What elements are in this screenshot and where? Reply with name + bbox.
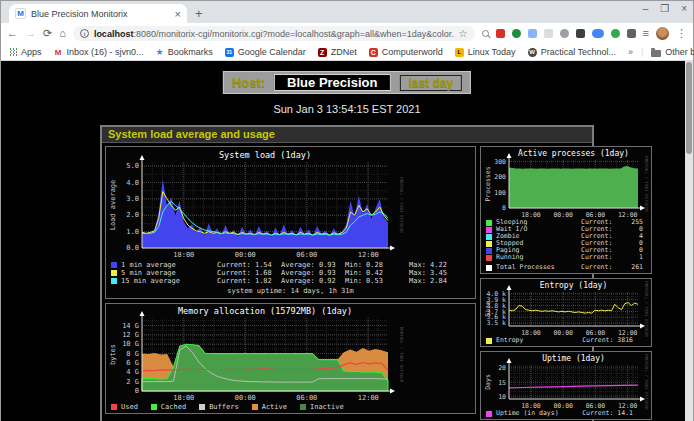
mail-extension-icon[interactable]	[496, 29, 505, 38]
legend-row: RunningCurrent:1	[483, 254, 649, 261]
bookmark-apps[interactable]: Apps	[9, 47, 42, 57]
legend-text: Inactive	[310, 403, 344, 411]
bookmark-bookmarks[interactable]: ★Bookmarks	[156, 47, 213, 57]
svg-text:Uptime (1day): Uptime (1day)	[542, 354, 605, 363]
legend-text: 15 min average	[121, 277, 217, 285]
svg-text:10: 10	[498, 393, 506, 401]
left-graph-column: 0.01.02.03.04.05.018:0000:0006:0012:00Sy…	[105, 146, 476, 420]
legend-text: 255	[623, 219, 649, 226]
computerworld-icon: C	[369, 48, 378, 57]
bookmark-inbox[interactable]: MInbox (16) - sjvn0...	[54, 47, 144, 57]
oval-extension-icon[interactable]	[592, 29, 604, 38]
back-icon[interactable]: ←	[7, 28, 18, 39]
svg-text:RRDTOOL / TOBI OETIKER: RRDTOOL / TOBI OETIKER	[644, 156, 649, 212]
new-tab-button[interactable]: +	[187, 6, 213, 23]
dark-extension-icon[interactable]	[576, 29, 585, 38]
svg-text:10 G: 10 G	[122, 340, 139, 348]
bookmark-zdnet[interactable]: ZZDNet	[318, 47, 357, 57]
legend-text: Uptime (in days)	[496, 410, 582, 417]
legend-text: Max: 2.84	[409, 277, 473, 285]
bookmarks-overflow-chevron[interactable]: »	[628, 47, 633, 57]
bookmark-linux-today[interactable]: LLinux Today	[455, 47, 516, 57]
svg-text:5.0: 5.0	[126, 162, 139, 170]
speaker-extension-icon[interactable]	[560, 29, 569, 38]
legend-chip	[486, 411, 492, 417]
svg-text:4.0 k: 4.0 k	[486, 290, 506, 298]
profile-avatar[interactable]	[656, 27, 669, 40]
url-input[interactable]: i localhost:8080/monitorix-cgi/monitorix…	[73, 26, 475, 41]
legend-text: Min: 0.53	[345, 277, 409, 285]
tab-close-icon[interactable]: ×	[175, 9, 181, 19]
svg-text:0: 0	[502, 204, 506, 212]
search-extension-icon[interactable]	[482, 30, 489, 37]
system-load-graph[interactable]: 0.01.02.03.04.05.018:0000:0006:0012:00Sy…	[108, 149, 473, 261]
memory-allocation-panel: 02 G4 G6 G8 G10 G12 G14 G18:0000:0006:00…	[105, 303, 476, 414]
reload-icon[interactable]: ⟳	[43, 28, 52, 39]
chart-svg: 0.01.02.03.04.05.018:0000:0006:0012:00Sy…	[108, 149, 404, 261]
svg-text:20: 20	[498, 364, 506, 372]
memory-allocation-graph[interactable]: 02 G4 G6 G8 G10 G12 G14 G18:0000:0006:00…	[108, 306, 473, 403]
entropy-graph[interactable]: 3.5 k3.6 k3.7 k3.8 k3.9 k4.0 k18:0000:00…	[483, 281, 649, 337]
legend-text: Average: 0.93	[281, 269, 345, 277]
legend-text: Buffers	[209, 403, 239, 411]
active-processes-graph[interactable]: 010020030018:0000:0006:0012:00Active pro…	[483, 149, 649, 219]
uptime-graph[interactable]: 10152018:0000:0006:0012:00Uptime (1day)D…	[483, 354, 649, 410]
minimize-button[interactable]: –	[643, 3, 649, 15]
pages-extension-icon[interactable]	[528, 29, 537, 38]
svg-text:8 G: 8 G	[126, 350, 139, 358]
current-datetime: Sun Jan 3 13:54:15 EST 2021	[1, 103, 693, 115]
home-icon[interactable]: ⌂	[59, 28, 66, 39]
url-text: localhost:8080/monitorix-cgi/monitorix.c…	[94, 29, 454, 39]
section-title: System load average and usage	[102, 127, 592, 143]
tab-title: Blue Precision Monitorix	[31, 9, 170, 19]
bookmark-star-icon[interactable]: ☆	[459, 28, 468, 39]
star-icon: ★	[156, 47, 164, 57]
green-extension-icon[interactable]	[611, 29, 620, 38]
svg-text:Entropy (1day): Entropy (1day)	[540, 281, 607, 290]
svg-text:Load average: Load average	[109, 180, 117, 231]
svg-text:1.0: 1.0	[126, 228, 139, 236]
entropy-panel: 3.5 k3.6 k3.7 k3.8 k3.9 k4.0 k18:0000:00…	[480, 278, 652, 347]
extensions-puzzle-icon[interactable]	[627, 29, 636, 38]
session-extension-icon[interactable]	[512, 29, 521, 38]
svg-text:RRDTOOL / TOBI OETIKER: RRDTOOL / TOBI OETIKER	[399, 177, 404, 233]
entropy-legend: EntropyCurrent: 3816	[483, 337, 649, 344]
window-controls: – ❐ ×	[643, 3, 687, 15]
bookmark-google-calendar[interactable]: 31Google Calendar	[225, 47, 306, 57]
legend-text: Current: 1.82	[217, 277, 281, 285]
folder-icon	[651, 50, 661, 57]
window-close-button[interactable]: ×	[681, 3, 687, 15]
time-range-selector[interactable]: last day	[399, 75, 462, 91]
legend-text: Average: 0.93	[281, 261, 345, 269]
bookmark-practical-technology[interactable]: WPractical Technol...	[528, 47, 616, 57]
legend-text: Running	[496, 254, 581, 261]
gray-extension-icon[interactable]	[544, 29, 553, 38]
legend-chip	[252, 404, 258, 410]
legend-text: 4	[623, 233, 649, 240]
forward-icon[interactable]: →	[25, 28, 36, 39]
legend-text: Entropy	[496, 337, 582, 344]
svg-text:06:00: 06:00	[296, 394, 317, 402]
svg-text:RRDTOOL / TOBI OETIKER: RRDTOOL / TOBI OETIKER	[399, 327, 404, 383]
svg-text:12:00: 12:00	[358, 251, 379, 259]
site-info-icon[interactable]: i	[80, 29, 89, 38]
svg-text:18:00: 18:00	[521, 329, 541, 337]
other-bookmarks-button[interactable]: Other bookmarks	[651, 47, 694, 57]
scrollbar-thumb[interactable]	[686, 62, 692, 154]
svg-text:RRDTOOL / TOBI OETIKER: RRDTOOL / TOBI OETIKER	[644, 354, 649, 410]
svg-text:100: 100	[494, 189, 506, 197]
browser-menu-icon[interactable]: ⋮	[676, 27, 687, 40]
svg-text:0: 0	[135, 387, 139, 395]
legend-text: Current:	[581, 264, 623, 271]
browser-tab[interactable]: M Blue Precision Monitorix ×	[9, 4, 187, 23]
svg-text:15: 15	[498, 379, 506, 387]
reading-list-icon[interactable]: ≡	[643, 28, 649, 39]
legend-chip	[111, 404, 117, 410]
svg-text:12 G: 12 G	[122, 331, 139, 339]
legend-text: Min: 0.28	[345, 261, 409, 269]
bookmark-computerworld[interactable]: CComputerworld	[369, 47, 443, 57]
maximize-button[interactable]: ❐	[660, 3, 669, 15]
legend-row: EntropyCurrent: 3816	[483, 337, 649, 344]
page-scrollbar[interactable]	[685, 61, 693, 421]
legend-chip	[111, 270, 117, 276]
